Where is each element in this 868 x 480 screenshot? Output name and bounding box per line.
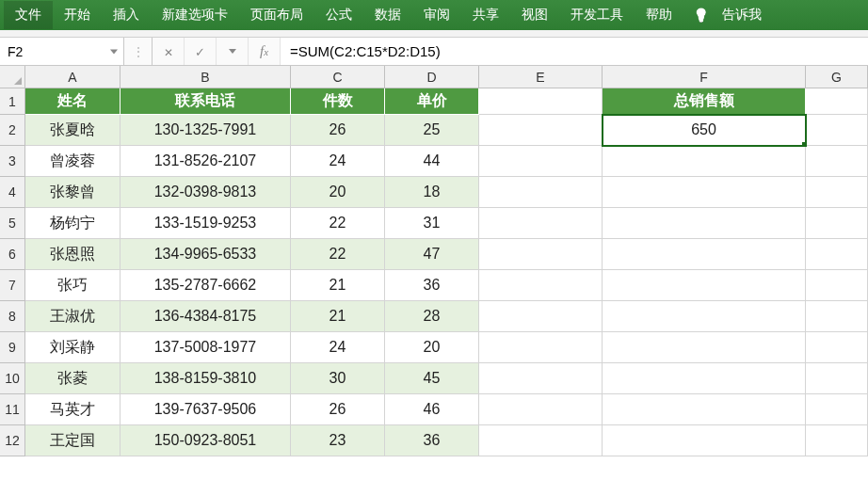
cell-A4[interactable]: 张黎曾: [25, 177, 121, 208]
cell-A5[interactable]: 杨钧宁: [25, 208, 121, 239]
select-all-corner[interactable]: [0, 66, 25, 88]
cell-E9[interactable]: [479, 332, 603, 363]
formula-input[interactable]: =SUM(C2:C15*D2:D15): [281, 38, 868, 65]
cell-D4[interactable]: 18: [385, 177, 479, 208]
ribbon-tab-data[interactable]: 数据: [363, 1, 412, 29]
cell-B5[interactable]: 133-1519-9253: [121, 208, 291, 239]
ribbon-tab-file[interactable]: 文件: [4, 1, 53, 29]
ribbon-tab-home[interactable]: 开始: [53, 1, 102, 29]
enter-formula-button[interactable]: [185, 38, 217, 65]
header-cell-B1[interactable]: 联系电话: [121, 88, 291, 115]
cell-C5[interactable]: 22: [291, 208, 385, 239]
header-cell-C1[interactable]: 件数: [291, 88, 385, 115]
cell-C11[interactable]: 26: [291, 394, 385, 425]
row-header-3[interactable]: 3: [0, 146, 25, 177]
header-cell-D1[interactable]: 单价: [385, 88, 479, 115]
row-header-1[interactable]: 1: [0, 88, 25, 115]
cell-F2[interactable]: 650: [603, 115, 806, 146]
cell-A11[interactable]: 马英才: [25, 394, 121, 425]
cell-A6[interactable]: 张恩照: [25, 239, 121, 270]
cell-E12[interactable]: [479, 425, 603, 456]
cell-A2[interactable]: 张夏晗: [25, 115, 121, 146]
cell-F4[interactable]: [603, 177, 806, 208]
ribbon-tab-help[interactable]: 帮助: [635, 1, 683, 29]
cell-E3[interactable]: [479, 146, 603, 177]
cell-D12[interactable]: 36: [385, 425, 479, 456]
cell-F3[interactable]: [603, 146, 806, 177]
cell-D9[interactable]: 20: [385, 332, 479, 363]
cell-B9[interactable]: 137-5008-1977: [121, 332, 291, 363]
cell-E4[interactable]: [479, 177, 603, 208]
cell-C12[interactable]: 23: [291, 425, 385, 456]
cell-F6[interactable]: [603, 239, 806, 270]
ribbon-tab-newtab[interactable]: 新建选项卡: [151, 1, 239, 29]
cell-G12[interactable]: [806, 425, 868, 456]
cell-D11[interactable]: 46: [385, 394, 479, 425]
cell-B12[interactable]: 150-0923-8051: [121, 425, 291, 456]
cell-D3[interactable]: 44: [385, 146, 479, 177]
cell-A9[interactable]: 刘采静: [25, 332, 121, 363]
cell-B10[interactable]: 138-8159-3810: [121, 363, 291, 394]
row-header-4[interactable]: 4: [0, 177, 25, 208]
cell-F12[interactable]: [603, 425, 806, 456]
column-header-D[interactable]: D: [385, 66, 479, 88]
cell-B3[interactable]: 131-8526-2107: [121, 146, 291, 177]
cell-G1[interactable]: [806, 88, 868, 115]
row-header-6[interactable]: 6: [0, 239, 25, 270]
cell-G5[interactable]: [806, 208, 868, 239]
cell-A12[interactable]: 王定国: [25, 425, 121, 456]
row-header-11[interactable]: 11: [0, 394, 25, 425]
row-header-5[interactable]: 5: [0, 208, 25, 239]
cell-A10[interactable]: 张菱: [25, 363, 121, 394]
cell-E5[interactable]: [479, 208, 603, 239]
cell-C3[interactable]: 24: [291, 146, 385, 177]
cell-D8[interactable]: 28: [385, 301, 479, 332]
cell-C7[interactable]: 21: [291, 270, 385, 301]
cell-A8[interactable]: 王淑优: [25, 301, 121, 332]
column-header-G[interactable]: G: [806, 66, 868, 88]
cell-F9[interactable]: [603, 332, 806, 363]
header-cell-A1[interactable]: 姓名: [25, 88, 121, 115]
row-header-10[interactable]: 10: [0, 363, 25, 394]
cell-E7[interactable]: [479, 270, 603, 301]
formula-dropdown[interactable]: [217, 38, 249, 65]
cell-C9[interactable]: 24: [291, 332, 385, 363]
cell-G10[interactable]: [806, 363, 868, 394]
cell-D6[interactable]: 47: [385, 239, 479, 270]
cell-A3[interactable]: 曾凌蓉: [25, 146, 121, 177]
ribbon-tab-pagelayout[interactable]: 页面布局: [239, 1, 314, 29]
column-header-B[interactable]: B: [121, 66, 291, 88]
cell-G7[interactable]: [806, 270, 868, 301]
cell-C8[interactable]: 21: [291, 301, 385, 332]
cell-G6[interactable]: [806, 239, 868, 270]
insert-function-button[interactable]: fx: [249, 38, 281, 65]
row-header-9[interactable]: 9: [0, 332, 25, 363]
cell-F7[interactable]: [603, 270, 806, 301]
cell-F11[interactable]: [603, 394, 806, 425]
header-cell-F1[interactable]: 总销售额: [603, 88, 806, 115]
cell-E2[interactable]: [479, 115, 603, 146]
cell-B7[interactable]: 135-2787-6662: [121, 270, 291, 301]
ribbon-tab-insert[interactable]: 插入: [102, 1, 151, 29]
tell-me[interactable]: 告诉我: [718, 1, 773, 29]
cell-E11[interactable]: [479, 394, 603, 425]
lightbulb-icon[interactable]: [683, 8, 718, 23]
cell-B2[interactable]: 130-1325-7991: [121, 115, 291, 146]
cell-D10[interactable]: 45: [385, 363, 479, 394]
cell-B11[interactable]: 139-7637-9506: [121, 394, 291, 425]
cell-B6[interactable]: 134-9965-6533: [121, 239, 291, 270]
column-header-E[interactable]: E: [479, 66, 603, 88]
cell-D5[interactable]: 31: [385, 208, 479, 239]
cell-G2[interactable]: [806, 115, 868, 146]
chevron-down-icon[interactable]: [110, 49, 118, 54]
name-box[interactable]: F2: [0, 38, 124, 65]
cell-G4[interactable]: [806, 177, 868, 208]
cell-C2[interactable]: 26: [291, 115, 385, 146]
cell-F8[interactable]: [603, 301, 806, 332]
row-header-2[interactable]: 2: [0, 115, 25, 146]
column-header-F[interactable]: F: [603, 66, 806, 88]
cell-D2[interactable]: 25: [385, 115, 479, 146]
cell-F10[interactable]: [603, 363, 806, 394]
column-header-C[interactable]: C: [291, 66, 385, 88]
cell-G8[interactable]: [806, 301, 868, 332]
